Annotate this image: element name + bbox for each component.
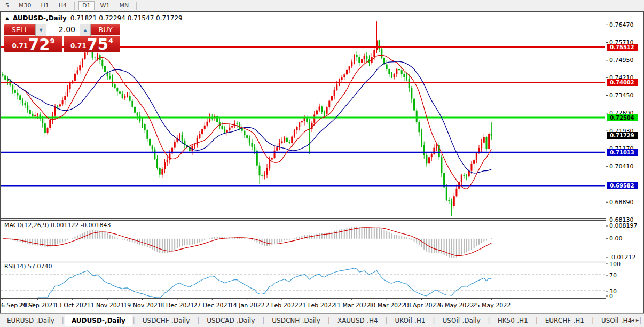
volume-input[interactable]: 2.00 [46,24,80,36]
chart-tab-eurusd-daily[interactable]: EURUSD-,Daily [0,315,61,326]
candle-body [426,155,427,163]
candle-body [455,189,457,196]
rsi-name: RSI(14) [4,263,26,270]
candle-body [226,130,228,133]
chart-tab-audusd-daily[interactable]: AUDUSD-,Daily [65,315,132,326]
candle-body [391,74,392,77]
chart-symbol-title: AUDUSD-,Daily [13,14,67,22]
candle-body [289,142,290,143]
candle-body [74,74,76,81]
candle-body [276,147,278,151]
candle-body [67,89,68,96]
chart-tab-ukoil-h1[interactable]: UKOil-,H1 [388,315,433,326]
candle-body [294,130,295,136]
candle-body [142,121,143,124]
chart-tab-usdcnh-daily[interactable]: USDCNH-,Daily [265,315,327,326]
candle-body [84,52,86,59]
candle-body [299,122,300,127]
chart-tab-hk50-h1[interactable]: HK50-,H1 [491,315,535,326]
date-axis-label: 13 Oct 2021 [54,302,91,309]
candle-body [291,136,293,143]
chart-tab-usdchf-daily[interactable]: USDCHF-,Daily [136,315,197,326]
candle-body [114,84,116,88]
candle-body [261,175,263,176]
candle-body [7,80,9,81]
candle-body [421,132,422,145]
collapse-chart-icon[interactable]: ▲ [5,15,9,21]
candle-body [156,159,158,168]
price-axis-tick-label: 0.68890 [609,199,634,206]
candle-body [431,154,433,157]
candle-body [269,160,270,168]
candle-body [104,66,106,72]
candle-body [351,62,352,66]
candle-body [358,57,360,63]
buy-price-display[interactable]: 0.71 75 4 [64,36,120,52]
tab-scroll-arrows[interactable]: ◂▸ [631,317,641,323]
candle-body [428,157,430,163]
candle-body [4,75,6,80]
tab-divider: | [197,317,199,324]
candle-body [436,145,437,148]
candle-body [418,122,420,132]
price-level-chip: 0.72504 [607,114,638,121]
date-axis-label: 1 Nov 2021 [90,302,124,309]
candle-body [14,90,16,93]
candle-body [473,160,475,163]
chart-tab-usdcad-daily[interactable]: USDCAD-,Daily [200,315,262,326]
tab-divider: | [536,317,538,324]
candle-body [328,100,330,107]
candle-body [254,147,255,151]
candle-body [249,138,250,143]
candle-body [231,126,233,128]
candle-body [129,96,131,100]
rsi-value: 57.0740 [28,263,52,270]
sell-price-prefix: 0.71 [12,42,28,50]
chart-tab-xauusd-h4[interactable]: XAUUSD-,H4 [331,315,385,326]
candle-body [32,114,34,116]
sell-price-display[interactable]: 0.71 72 9 [4,36,62,52]
candle-body [446,187,447,200]
candle-body [149,139,151,146]
price-axis-tick-label: 0.70410 [609,163,634,170]
rsi-axis-tick-label: 70 [609,272,617,279]
candle-body [49,120,51,128]
candle-body [463,175,465,175]
candle-body [413,99,415,111]
chart-tab-ukoil-h4[interactable]: UKOil-,H4 [642,315,644,326]
candle-body [131,101,133,107]
candle-body [229,128,230,130]
candle-body [252,143,253,147]
candle-body [37,114,38,115]
candle-body [481,143,482,148]
candle-body [197,138,198,145]
chart-tab-bar: EURUSD-,Daily|AUDUSD-,Daily|USDCHF-,Dail… [0,313,644,327]
tab-divider: | [262,317,264,324]
buy-button[interactable]: BUY [91,24,120,36]
candle-body [453,196,455,206]
candle-body [22,100,23,103]
candle-body [119,91,121,93]
volume-increase-button[interactable]: ▲ [80,24,91,36]
candle-body [59,104,61,106]
candle-body [488,134,490,149]
candle-body [376,40,378,50]
candle-body [167,160,168,162]
chart-tab-usoil-daily[interactable]: USOil-,Daily [436,315,488,326]
chart-tab-eurchf-h1[interactable]: EURCHF-,H1 [538,315,591,326]
candle-body [154,149,155,159]
price-axis-tick-label: 0.74950 [609,57,634,64]
candle-body [62,100,64,105]
sell-button[interactable]: SELL [4,24,35,36]
date-axis-label: 30 Mar 2022 [368,302,405,309]
candle-body [134,107,136,113]
candle-body [386,65,388,69]
candle-body [201,129,203,134]
buy-price-pip: 4 [108,37,113,45]
volume-decrease-button[interactable]: ▼ [35,24,46,36]
candle-body [423,145,425,155]
candle-body [366,56,367,59]
candle-body [97,55,98,58]
rsi-line [37,268,491,298]
candle-body [17,93,19,95]
